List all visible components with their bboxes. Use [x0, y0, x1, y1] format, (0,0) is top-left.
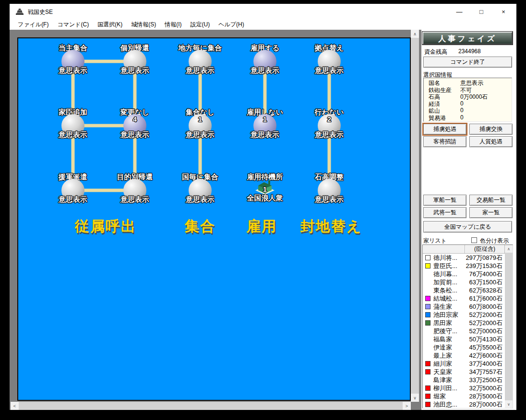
clan-list-row[interactable]: 天皇家 34万7557石 [423, 368, 505, 376]
map-horizontal-scrollbar[interactable]: < > [11, 402, 411, 410]
graph-node[interactable]: 雇用しない 1 意思表示 [231, 108, 299, 152]
clan-koku: 76万4000石 [461, 270, 505, 279]
menu-item-settings[interactable]: 設定(U) [186, 19, 215, 30]
close-button[interactable]: × [492, 4, 514, 19]
clan-name: 島津家 [433, 376, 461, 385]
clan-name: 肥後守... [433, 327, 461, 336]
graph-node[interactable]: 当主集合 意思表示 [39, 44, 107, 88]
category-label: 集合 [185, 217, 215, 236]
clan-koku: 61万6000石 [461, 294, 505, 303]
clan-list-row[interactable]: 池田宗家 52万2000石 [423, 311, 505, 319]
end-command-button[interactable]: コマンド終了 [423, 57, 512, 68]
scroll-down-icon[interactable]: ∨ [505, 400, 513, 408]
clan-list-row[interactable]: 細川家 37万4000石 [423, 360, 505, 368]
hostage-treatment-button[interactable]: 人質処遇 [469, 136, 513, 147]
info-row: 貿易港0 [424, 114, 512, 121]
graph-node[interactable]: 地方毎に集合 意思表示 [167, 44, 234, 88]
menu-item-castle[interactable]: 城情報(S) [127, 19, 160, 30]
scroll-left-icon[interactable]: < [11, 402, 19, 410]
color-coding-checkbox[interactable] [471, 237, 477, 243]
captive-exchange-button[interactable]: 捕虜交換 [469, 124, 513, 135]
clan-name: 堀家 [433, 392, 461, 401]
general-list-button[interactable]: 武将一覧 [423, 207, 466, 218]
clan-name: 天皇家 [433, 368, 461, 376]
menu-item-country[interactable]: 国選択(K) [93, 19, 127, 30]
back-to-map-button[interactable]: 全国マップに戻る [423, 221, 512, 233]
info-row: 鉄砲生産不可 [424, 86, 512, 93]
clan-list-row[interactable]: 島津家 33万2500石 [423, 376, 505, 384]
clan-koku: 297万0879石 [461, 254, 505, 262]
captive-treatment-button[interactable]: 捕虜処遇 [423, 124, 466, 135]
clan-list-row[interactable]: 結城松... 61万6000石 [423, 294, 505, 303]
scroll-up-icon[interactable]: ∧ [411, 30, 419, 38]
graph-node[interactable]: 援軍派遣 意思表示 [39, 173, 107, 217]
node-sub-label: 全国浪人衆 [231, 194, 299, 202]
clan-list-row[interactable]: 徳川将... 297万0879石 [423, 254, 505, 262]
title-bar: 戦国史SE — □ × [10, 4, 516, 19]
clan-list-row[interactable]: 池田忠... 28万0000石 [423, 400, 505, 408]
clan-rows: 徳川将... 297万0879石 豊臣氏... 239万1530石 徳川幕...… [423, 254, 505, 408]
clan-list-row[interactable]: 豊臣氏... 239万1530石 [423, 262, 505, 270]
clan-list-row[interactable]: 加賀前... 63万1500石 [423, 278, 505, 286]
graph-node[interactable]: 行わない 2 意思表示 [296, 108, 363, 152]
scroll-up-icon[interactable]: ∧ [505, 245, 513, 253]
clan-list-row[interactable]: 東条松... 62万6328石 [423, 286, 505, 294]
clan-color-swatch [425, 402, 430, 407]
node-count: 2 [296, 116, 363, 123]
warship-list-button[interactable]: 軍船一覧 [423, 195, 466, 206]
graph-node[interactable]: 集合なし 1 意思表示 [167, 108, 234, 152]
info-row: 鉱山0 [424, 107, 512, 114]
graph-node[interactable]: 目的別帰還 意思表示 [101, 173, 168, 217]
clan-list-header-koku: (臣従含) [465, 245, 505, 254]
menu-item-file[interactable]: ファイル(F) [13, 19, 53, 30]
node-sub-label: 意思表示 [231, 131, 299, 139]
clan-name: 結城松... [433, 294, 461, 303]
clan-color-swatch [425, 296, 430, 301]
clan-list-label: 家リスト [423, 237, 447, 245]
clan-list-row[interactable]: 肥後守... 52万0000石 [423, 327, 505, 335]
graph-node-house[interactable]: 雇用待機所 1 全国浪人衆 [231, 173, 299, 217]
graph-node[interactable]: 家臣追加 意思表示 [39, 108, 107, 152]
graph-node[interactable]: 個別帰還 意思表示 [101, 44, 168, 88]
guest-general-invite-button[interactable]: 客将招請 [423, 136, 466, 147]
clan-list-button[interactable]: 家一覧 [469, 207, 513, 218]
clan-koku: 52万2000石 [461, 311, 505, 319]
clan-list-row[interactable]: 福島家 50万4130石 [423, 335, 505, 343]
clan-list-row[interactable]: 蒲生家 60万8000石 [423, 303, 505, 311]
menu-item-help[interactable]: ヘルプ(H) [214, 19, 249, 30]
graph-node[interactable]: 国毎に集合 意思表示 [167, 173, 234, 217]
graph-node[interactable]: 拠点替え 意思表示 [296, 44, 363, 88]
clan-list-scrollbar[interactable]: ∧ ∨ [505, 245, 513, 408]
window-title: 戦国史SE [28, 8, 53, 16]
country-info-box: 国名意思表示 鉄砲生産不可 石高0万0000石 経済0 鉱山0 貿易港0 [423, 78, 512, 122]
map-vertical-scrollbar[interactable]: ∧ ∨ [411, 30, 419, 402]
node-sub-label: 意思表示 [39, 196, 107, 203]
clan-color-swatch [425, 255, 430, 260]
scroll-right-icon[interactable]: > [403, 402, 411, 410]
clan-name: 東条松... [433, 286, 461, 295]
clan-color-swatch [425, 394, 430, 399]
menu-item-command[interactable]: コマンド(C) [53, 19, 93, 30]
clan-list-row[interactable]: 徳川幕... 76万4000石 [423, 270, 505, 278]
funds-value: 2344968 [458, 48, 481, 55]
graph-node[interactable]: 雇用する 意思表示 [231, 44, 299, 88]
trade-ship-list-button[interactable]: 交易船一覧 [469, 195, 513, 206]
minimize-button[interactable]: — [448, 4, 470, 19]
clan-list-row[interactable]: 最上家 42万6000石 [423, 351, 505, 360]
clan-list-row[interactable]: 柳川田... 32万5000石 [423, 384, 505, 392]
graph-node[interactable]: 石高調整 意思表示 [296, 173, 363, 217]
clan-name: 豊臣氏... [433, 262, 461, 270]
clan-list-row[interactable]: 伊達家 45万5500石 [423, 343, 505, 351]
castle-app-icon [15, 8, 24, 15]
clan-color-swatch [425, 361, 430, 366]
scroll-down-icon[interactable]: ∨ [411, 394, 419, 402]
menu-item-info[interactable]: 情報(I) [160, 19, 186, 30]
maximize-button[interactable]: □ [470, 4, 492, 19]
info-label: 貿易港 [429, 114, 446, 122]
clan-list-row[interactable]: 黒田家 52万2000石 [423, 319, 505, 327]
app-window: 戦国史SE — □ × ファイル(F) コマンド(C) 国選択(K) 城情報(S… [10, 4, 516, 410]
clan-koku: 52万0000石 [461, 327, 505, 336]
clan-list-row[interactable]: 堀家 28万5000石 [423, 392, 505, 400]
node-sub-label: 意思表示 [167, 67, 234, 74]
graph-node[interactable]: 変更なし 4 意思表示 [101, 108, 168, 152]
